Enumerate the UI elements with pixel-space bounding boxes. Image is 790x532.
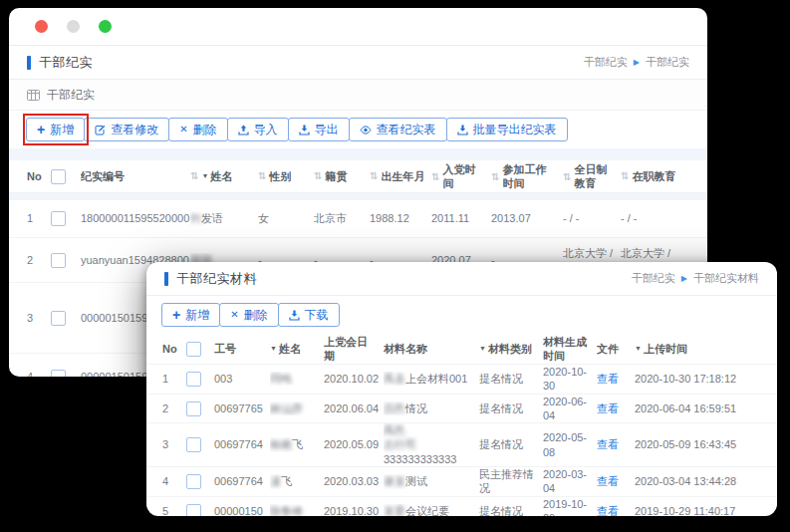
screen-background: 干部纪实 干部纪实 ▶ 干部纪实 干部纪实 +新增查看修改✕删除导入导出查看纪实… xyxy=(0,0,790,532)
table-cell: 2011.11 xyxy=(431,211,491,225)
download-button[interactable]: 下载 xyxy=(278,303,340,327)
column-header[interactable]: ⇅性别 xyxy=(258,169,314,183)
window-cadre-record-materials: 干部纪实材料 干部纪实 ▶ 干部纪实材料 +新增✕删除下载 No工号▼姓名上党会… xyxy=(146,262,777,516)
column-header-label: 籍贯 xyxy=(325,169,347,183)
table-cell: 2 xyxy=(27,253,51,267)
sort-icon[interactable]: ⇅ xyxy=(370,169,378,182)
column-header-label: No xyxy=(27,169,42,183)
add-button[interactable]: +新增 xyxy=(26,118,85,141)
row-checkbox[interactable] xyxy=(51,211,66,226)
breadcrumb-item[interactable]: 干部纪实 xyxy=(584,55,628,70)
column-header[interactable]: ⇅▼姓名 xyxy=(190,169,258,183)
column-header[interactable]: ⇅在职教育 xyxy=(621,169,689,183)
filter-icon[interactable]: ▼ xyxy=(479,344,486,353)
add-button[interactable]: +新增 xyxy=(161,303,220,327)
table-cell: 民主推荐情况 xyxy=(479,467,543,496)
row-checkbox[interactable] xyxy=(51,253,66,268)
column-header[interactable]: ⇅入党时间 xyxy=(431,162,491,191)
breadcrumb-item[interactable]: 干部纪实 xyxy=(632,271,675,286)
column-header-label: 上传时间 xyxy=(644,342,687,356)
column-header[interactable]: ▼材料类别 xyxy=(479,342,543,356)
sort-icon[interactable]: ⇅ xyxy=(491,170,499,183)
table-cell: 00697765 xyxy=(214,401,270,415)
table-cell: 昌邑情况 xyxy=(384,401,479,415)
column-header: 上党会日期 xyxy=(324,335,384,364)
row-checkbox[interactable] xyxy=(186,504,201,516)
close-icon: ✕ xyxy=(230,310,238,320)
column-header[interactable]: ▼姓名 xyxy=(270,342,324,356)
table-cell xyxy=(51,252,81,268)
select-all-checkbox[interactable] xyxy=(51,169,66,184)
table-cell: - / - xyxy=(621,211,689,225)
button-label: 新增 xyxy=(50,122,74,138)
row-checkbox[interactable] xyxy=(51,370,66,377)
toolbar: +新增查看修改✕删除导入导出查看纪实表批量导出纪实表 xyxy=(9,111,707,148)
view-file-link[interactable]: 查看 xyxy=(597,438,619,450)
sort-icon[interactable]: ⇅ xyxy=(190,169,198,182)
edit-button[interactable]: 查看修改 xyxy=(84,118,169,141)
column-header[interactable]: ⇅全日制教育 xyxy=(563,162,621,191)
view-file-link[interactable]: 查看 xyxy=(597,373,619,385)
sort-icon[interactable]: ⇅ xyxy=(621,169,629,182)
breadcrumb-item[interactable]: 干部纪实材料 xyxy=(693,271,759,286)
column-header[interactable]: ▼上传时间 xyxy=(635,342,761,356)
row-checkbox[interactable] xyxy=(186,372,201,387)
column-header-label: 材料类别 xyxy=(488,342,532,356)
button-label: 查看纪实表 xyxy=(377,122,436,138)
table-band xyxy=(9,193,707,200)
row-checkbox[interactable] xyxy=(186,437,201,452)
row-checkbox[interactable] xyxy=(186,401,201,416)
select-all-cell xyxy=(186,342,214,357)
sort-icon[interactable]: ⇅ xyxy=(314,169,322,182)
delete-button[interactable]: ✕删除 xyxy=(168,118,227,141)
page-title-label: 干部纪实 xyxy=(39,54,93,72)
view-file-link[interactable]: 查看 xyxy=(597,402,619,414)
table-cell xyxy=(186,503,214,516)
minimize-button[interactable] xyxy=(67,20,80,33)
delete-button[interactable]: ✕删除 xyxy=(219,303,278,327)
breadcrumb-item[interactable]: 干部纪实 xyxy=(646,55,689,70)
import-button[interactable]: 导入 xyxy=(227,118,289,141)
table-cell xyxy=(51,211,81,227)
toolbar: +新增✕删除下载 xyxy=(146,296,777,334)
page-title: 干部纪实材料 xyxy=(164,270,257,288)
column-header-label: No xyxy=(162,342,177,356)
sort-icon[interactable]: ⇅ xyxy=(431,170,439,183)
download-button[interactable]: 导出 xyxy=(288,118,350,141)
censored-text: 谢某 xyxy=(384,475,405,487)
column-header[interactable]: ⇅籍贯 xyxy=(314,169,370,183)
column-header[interactable]: ⇅出生年月 xyxy=(370,169,431,183)
column-header-label: 上党会日期 xyxy=(324,335,378,364)
table-cell: 禹邑志行司333333333333 xyxy=(384,423,479,466)
table-cell: 2019-10-29 11:40:17 xyxy=(635,504,761,516)
table-cell: 2013.07 xyxy=(491,211,563,225)
row-checkbox[interactable] xyxy=(186,474,201,489)
table-cell: 2020-10-30 17:18:12 xyxy=(635,372,761,386)
plus-icon: + xyxy=(37,123,45,136)
table-cell: 同鸣 xyxy=(270,372,324,386)
close-button[interactable] xyxy=(35,20,48,33)
cell-text: 情况 xyxy=(405,402,427,414)
download-button[interactable]: 批量导出纪实表 xyxy=(446,118,568,141)
zoom-button[interactable] xyxy=(99,20,112,33)
table-cell: 2019-10-29 xyxy=(543,497,597,516)
row-checkbox[interactable] xyxy=(51,311,66,326)
sort-icon[interactable]: ⇅ xyxy=(563,170,571,183)
select-all-cell xyxy=(51,169,81,184)
page-header: 干部纪实材料 干部纪实 ▶ 干部纪实材料 xyxy=(146,262,777,296)
table-cell: 2020-03-04 13:44:28 xyxy=(635,474,761,488)
cell-text: 测试 xyxy=(405,475,427,487)
view-file-link[interactable]: 查看 xyxy=(597,475,619,487)
filter-icon[interactable]: ▼ xyxy=(201,171,208,180)
sort-icon[interactable]: ⇅ xyxy=(258,169,266,182)
view-button[interactable]: 查看纪实表 xyxy=(349,118,447,141)
column-header[interactable]: ⇅参加工作时间 xyxy=(491,162,563,191)
filter-icon[interactable]: ▼ xyxy=(270,344,277,353)
section-title-label: 干部纪实 xyxy=(47,87,95,104)
button-label: 导入 xyxy=(254,122,278,138)
filter-icon[interactable]: ▼ xyxy=(635,344,642,353)
table-cell: 查看 xyxy=(597,372,635,386)
select-all-checkbox[interactable] xyxy=(186,342,201,357)
table-cell: 2020.10.02 xyxy=(324,372,384,386)
view-file-link[interactable]: 查看 xyxy=(597,505,619,516)
